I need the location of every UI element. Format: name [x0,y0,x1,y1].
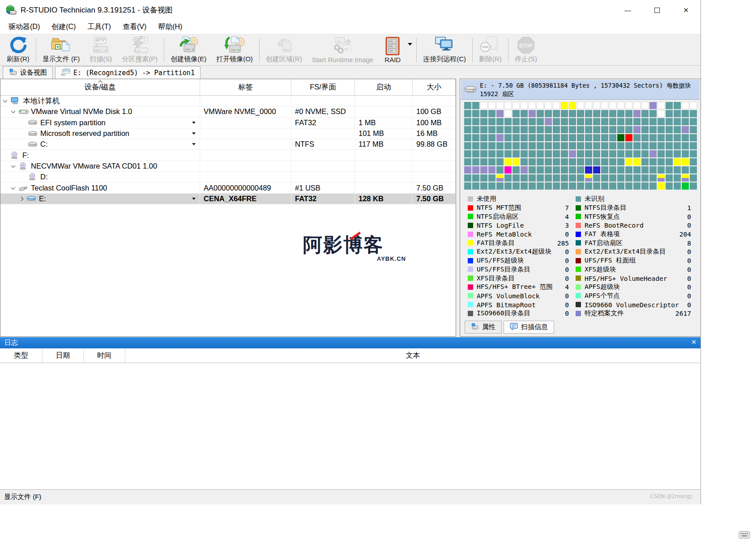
refresh-button[interactable]: 刷新(R) [2,35,34,65]
row-dropdown-icon[interactable] [192,122,196,124]
raid-button[interactable]: RAID [378,35,407,65]
view-tab-1[interactable]: Rec.E: (Recognized5) -> Partition1 [55,66,201,79]
map-block [464,158,471,165]
map-block [504,126,512,133]
map-block [593,126,600,133]
legend-count: 0 [565,301,569,309]
menu-item-0[interactable]: 驱动器(D) [3,21,46,33]
toolbar-separator [508,38,508,62]
legend-count: 0 [687,301,691,309]
map-block [480,142,487,149]
map-block [537,158,544,165]
map-block [617,158,624,165]
menu-item-2[interactable]: 工具(T) [81,21,116,33]
row-dropdown-icon[interactable] [192,143,196,145]
map-block [561,110,568,117]
map-block [682,134,689,141]
map-block [464,134,471,141]
map-block [488,126,495,133]
view-tab-0[interactable]: i设备视图 [3,66,53,79]
collapse-icon[interactable] [11,109,16,114]
map-block [633,158,641,165]
legend-label: NTFS启动扇区 [477,212,519,221]
log-column-type[interactable]: 类型 [0,348,43,363]
map-block [521,126,528,133]
column-header-fs[interactable]: FS/界面 [291,79,355,95]
open-image-button[interactable]: 打开镜像(O) [211,35,258,65]
map-block [633,110,641,117]
menu-item-1[interactable]: 创建(C) [46,21,81,33]
table-row[interactable]: Teclast CoolFlash 1100AA00000000000489#1… [0,182,456,193]
scan-tab-label: 属性 [482,323,495,331]
expand-icon[interactable] [19,196,24,201]
create-image-button[interactable]: 创建镜像(E) [166,35,211,65]
table-row[interactable]: D: [0,172,456,182]
column-header-size[interactable]: 大小 [413,79,456,95]
map-block [569,110,576,117]
table-row[interactable]: Microsoft reserved partition101 MB16 MB [0,128,456,139]
legend-count: 0 [565,275,569,282]
close-button[interactable]: ✕ [671,0,700,20]
show-files-button[interactable]: 显示文件 (F) [38,35,85,65]
log-column-text[interactable]: 文本 [125,348,700,363]
table-row[interactable]: NECVMWar VMware SATA CD01 1.00 [0,161,456,172]
map-block [601,182,608,190]
collapse-icon[interactable] [3,98,8,102]
table-row[interactable]: F: [0,150,456,161]
map-block [472,142,479,149]
table-row[interactable]: 本地计算机 [0,96,456,106]
pane-splitter[interactable] [456,79,460,337]
tray-keyboard-icon[interactable] [739,530,750,541]
raid-dropdown-arrow-icon[interactable] [408,43,412,46]
legend-color-swatch [468,258,473,263]
map-block [480,150,487,157]
table-row[interactable]: C:NTFS117 MB99.88 GB [0,139,456,150]
legend-entry: NTFS LogFile3 [468,221,569,230]
minimize-button[interactable]: — [613,0,642,20]
log-close-icon[interactable]: ✕ [691,339,696,346]
map-block [472,118,479,125]
collapse-icon[interactable] [11,163,16,168]
table-row[interactable]: EFI system partitionFAT321 MB100 MB [0,118,456,128]
legend-label: XFS超级块 [585,265,616,274]
column-header-label[interactable]: 标签 [200,79,291,95]
maximize-button[interactable] [642,0,671,20]
collapse-icon[interactable] [11,185,16,190]
map-block [625,150,632,157]
legend-count: 0 [565,309,569,317]
properties-icon: i [471,323,479,331]
map-block [561,142,568,149]
menu-item-3[interactable]: 查看(V) [117,21,152,33]
map-block [521,134,528,141]
map-block [601,118,608,125]
row-dropdown-icon[interactable] [192,198,196,200]
connect-remote-button[interactable]: 连接到远程(C) [418,35,471,65]
table-row[interactable]: E:CENA_X64FREFAT32128 KB7.50 GB [0,194,456,204]
scan-tab-1[interactable]: 扫描信息 [504,321,554,334]
log-column-date[interactable]: 日期 [43,348,84,363]
drive-icon [465,85,476,96]
scan-block-map[interactable] [464,102,697,190]
column-header-start[interactable]: 启动 [355,79,413,95]
map-block [577,182,584,190]
map-block [649,142,657,149]
table-row[interactable]: VMware Virtual NVMe Disk 1.0VMWare NVME_… [0,106,456,117]
menu-item-4[interactable]: 帮助(H) [152,21,188,33]
map-block [690,158,697,165]
map-block [682,174,689,182]
map-block [641,174,649,182]
map-block [504,166,512,174]
map-block [513,126,520,133]
legend-entry: ReFS BootRecord0 [576,221,691,230]
map-block [593,134,600,141]
legend-count: 1 [687,204,691,212]
legend-label: UFS/FFS超级块 [477,256,524,265]
scan-tab-0[interactable]: i属性 [465,321,502,334]
legend-label: Ext2/Ext3/Ext4目录条目 [585,247,666,256]
scan-legend-right: 未识别NTFS目录条目1NTFS恢复点0ReFS BootRecord0FAT … [576,195,691,318]
runtime-image-button: Start Runtime Image [307,35,379,65]
row-dropdown-icon[interactable] [192,132,196,135]
column-header-device[interactable]: 设备/磁盘 [0,79,200,95]
cell-size: 7.50 GB [416,195,444,203]
log-column-time[interactable]: 时间 [84,348,125,363]
